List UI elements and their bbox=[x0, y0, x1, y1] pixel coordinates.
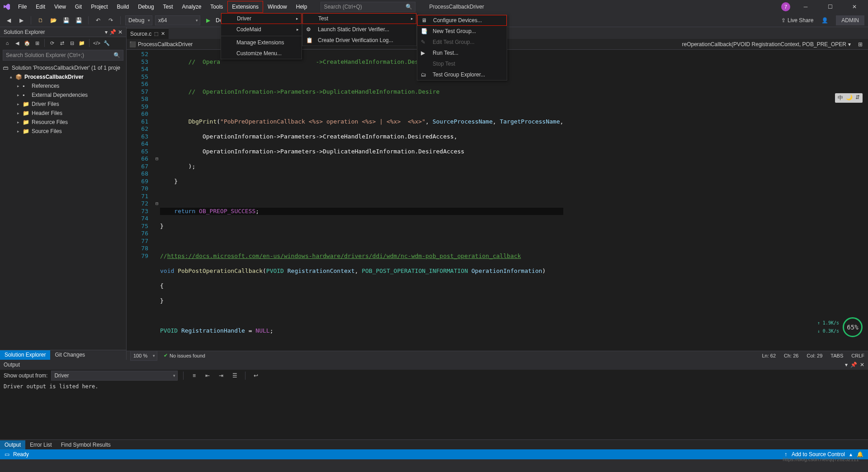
driver-test-item[interactable]: Test▸ bbox=[302, 13, 416, 24]
pin-tab-icon[interactable]: ⬚ bbox=[154, 31, 158, 36]
ime-widget: 中🌙⇵ bbox=[835, 93, 863, 103]
output-toolbar: Show output from: Driver ≡ ⇤ ⇥ ☰ ↩ bbox=[0, 370, 868, 381]
menu-extensions[interactable]: Extensions bbox=[227, 1, 263, 13]
refresh-icon[interactable]: ⟳ bbox=[47, 38, 57, 48]
save-all-icon[interactable]: 💾 bbox=[74, 15, 84, 25]
goto-icon[interactable]: ≡ bbox=[189, 371, 199, 381]
maximize-button[interactable]: ☐ bbox=[821, 0, 839, 14]
close-button[interactable]: ✕ bbox=[845, 0, 863, 14]
menu-analyze[interactable]: Analyze bbox=[178, 1, 206, 13]
driver-create-item[interactable]: 📋Create Driver Verification Log... bbox=[302, 35, 416, 46]
test-explorer-item[interactable]: 🗂Test Group Explorer... bbox=[417, 69, 507, 80]
output-text[interactable]: Driver output is listed here. bbox=[0, 381, 868, 439]
zoom-combo[interactable]: 100 % bbox=[130, 351, 157, 361]
feedback-icon[interactable]: 👤 bbox=[820, 15, 830, 25]
menu-tools[interactable]: Tools bbox=[206, 1, 227, 13]
next-icon[interactable]: ⇥ bbox=[216, 371, 226, 381]
code-editor[interactable]: 5253545556575859606162636465666768697071… bbox=[127, 50, 868, 351]
nav-function[interactable]: reOperationCallback(PVOID RegistrationCo… bbox=[682, 41, 851, 48]
close-tab-icon[interactable]: ✕ bbox=[161, 31, 165, 37]
notifications-badge[interactable]: 7 bbox=[781, 2, 790, 11]
clear-icon[interactable]: ☰ bbox=[230, 371, 240, 381]
prev-icon[interactable]: ⇤ bbox=[203, 371, 212, 381]
menu-git[interactable]: Git bbox=[71, 1, 86, 13]
output-tab[interactable]: Output bbox=[0, 440, 25, 449]
split-icon[interactable]: ⊞ bbox=[855, 39, 865, 49]
test-run-item[interactable]: ▶Run Test... bbox=[417, 48, 507, 58]
home-icon[interactable]: ⌂ bbox=[3, 38, 12, 48]
nav-back-icon[interactable]: ◀ bbox=[4, 15, 14, 25]
sync-icon[interactable]: ⇄ bbox=[57, 38, 66, 48]
open-icon[interactable]: 📂 bbox=[48, 15, 58, 25]
pin-icon[interactable]: 📌 bbox=[109, 29, 116, 35]
project-node[interactable]: ▴📦ProcessCallbackDriver bbox=[0, 72, 126, 81]
show-all-icon[interactable]: 📁 bbox=[77, 38, 86, 48]
test-newgroup-item[interactable]: 📑New Test Group... bbox=[417, 26, 507, 37]
search-icon: 🔍 bbox=[406, 4, 412, 10]
menu-file[interactable]: File bbox=[14, 1, 31, 13]
search-placeholder: Search (Ctrl+Q) bbox=[324, 4, 362, 10]
home2-icon[interactable]: 🏠 bbox=[23, 38, 32, 48]
resource-files-node[interactable]: ▸📁Resource Files bbox=[0, 118, 126, 127]
menu-debug[interactable]: Debug bbox=[133, 1, 158, 13]
error-list-tab[interactable]: Error List bbox=[25, 440, 57, 449]
menu-window[interactable]: Window bbox=[263, 1, 292, 13]
redo-icon[interactable]: ↷ bbox=[106, 15, 116, 25]
fold-column: ⊟⊟ bbox=[154, 50, 160, 351]
undo-icon[interactable]: ↶ bbox=[93, 15, 103, 25]
ext-driver-item[interactable]: Driver▸ bbox=[221, 13, 302, 24]
driver-files-node[interactable]: ▸📁Driver Files bbox=[0, 100, 126, 109]
new-project-icon[interactable]: 🗋 bbox=[36, 15, 46, 25]
source-files-node[interactable]: ▸📁Source Files bbox=[0, 127, 126, 136]
deps-icon: ▪ bbox=[23, 92, 30, 98]
dropdown-icon[interactable]: ▾ bbox=[105, 29, 108, 35]
properties-icon[interactable]: 🔧 bbox=[102, 38, 111, 48]
solution-header: Solution Explorer ▾📌✕ bbox=[0, 27, 126, 37]
verifier-icon: ⚙ bbox=[306, 26, 314, 33]
driver-dropdown: Test▸ ⚙Launch Static Driver Verifier... … bbox=[302, 13, 417, 46]
references-node[interactable]: ▸▪References bbox=[0, 81, 126, 91]
git-changes-tab[interactable]: Git Changes bbox=[50, 350, 90, 360]
config-combo[interactable]: Debug bbox=[125, 15, 152, 25]
close-panel-icon[interactable]: ✕ bbox=[118, 29, 123, 35]
close-output-icon[interactable]: ✕ bbox=[860, 362, 864, 368]
collapse-icon[interactable]: ⊟ bbox=[67, 38, 76, 48]
back-icon[interactable]: ◀ bbox=[13, 38, 22, 48]
titlebar: File Edit View Git Project Build Debug T… bbox=[0, 0, 868, 14]
save-icon[interactable]: 💾 bbox=[61, 15, 71, 25]
menu-help[interactable]: Help bbox=[292, 1, 312, 13]
start-debug-icon[interactable]: ▶ bbox=[203, 15, 213, 25]
ext-manage-item[interactable]: Manage Extensions bbox=[221, 37, 302, 48]
menu-edit[interactable]: Edit bbox=[31, 1, 50, 13]
menu-test[interactable]: Test bbox=[159, 1, 178, 13]
platform-combo[interactable]: x64 bbox=[155, 15, 200, 25]
external-deps-node[interactable]: ▸▪External Dependencies bbox=[0, 91, 126, 100]
pin-icon[interactable]: 📌 bbox=[850, 362, 857, 368]
status-icon: ▭ bbox=[5, 451, 9, 458]
quick-search[interactable]: Search (Ctrl+Q) 🔍 bbox=[321, 2, 415, 12]
nav-project[interactable]: ⬛ProcessCallbackDriver bbox=[129, 41, 193, 48]
ext-customize-item[interactable]: Customize Menu... bbox=[221, 48, 302, 59]
switch-views-icon[interactable]: ⊞ bbox=[33, 38, 42, 48]
nav-fwd-icon[interactable]: ▶ bbox=[16, 15, 26, 25]
code-body: // Opera ->CreateHandleInformation.Desir… bbox=[160, 50, 563, 351]
code-icon[interactable]: </> bbox=[92, 38, 101, 48]
wrap-icon[interactable]: ↩ bbox=[251, 371, 261, 381]
solution-search[interactable]: Search Solution Explorer (Ctrl+;) 🔍 bbox=[3, 50, 123, 61]
menu-build[interactable]: Build bbox=[113, 1, 134, 13]
driver-launch-item[interactable]: ⚙Launch Static Driver Verifier... bbox=[302, 24, 416, 35]
menu-project[interactable]: Project bbox=[86, 1, 112, 13]
solution-root[interactable]: 🗃Solution 'ProcessCallbackDriver' (1 of … bbox=[0, 63, 126, 72]
find-symbol-tab[interactable]: Find Symbol Results bbox=[57, 440, 115, 449]
solution-tab[interactable]: Solution Explorer bbox=[0, 350, 50, 360]
minimize-button[interactable]: ─ bbox=[797, 0, 815, 14]
line-gutter: 5253545556575859606162636465666768697071… bbox=[127, 50, 154, 351]
header-files-node[interactable]: ▸📁Header Files bbox=[0, 109, 126, 118]
test-configure-item[interactable]: 🖥Configure Devices... bbox=[417, 15, 507, 26]
menu-view[interactable]: View bbox=[50, 1, 71, 13]
output-source-combo[interactable]: Driver bbox=[51, 371, 178, 381]
source-tab[interactable]: Source.c ⬚ ✕ bbox=[127, 28, 169, 39]
dropdown-icon[interactable]: ▾ bbox=[845, 362, 848, 368]
live-share-button[interactable]: ⇪ Live Share bbox=[781, 17, 813, 24]
ext-codemaid-item[interactable]: CodeMaid▸ bbox=[221, 24, 302, 35]
